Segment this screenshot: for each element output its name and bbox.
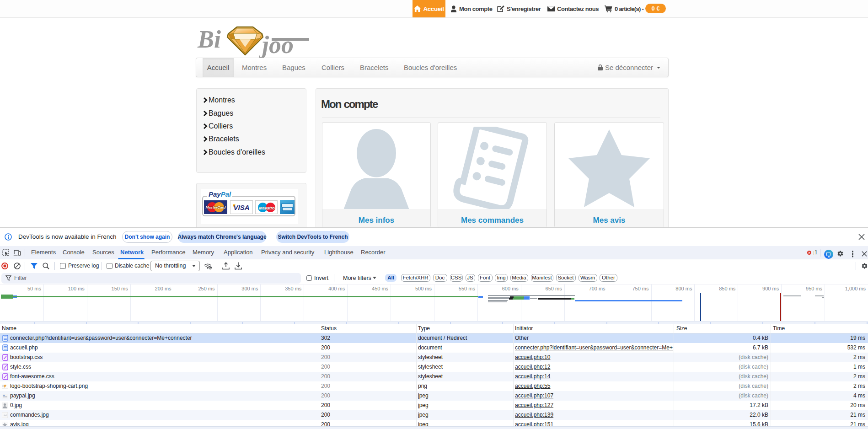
svg-text:Bi: Bi — [197, 26, 221, 53]
svg-text:joo: joo — [258, 31, 294, 58]
